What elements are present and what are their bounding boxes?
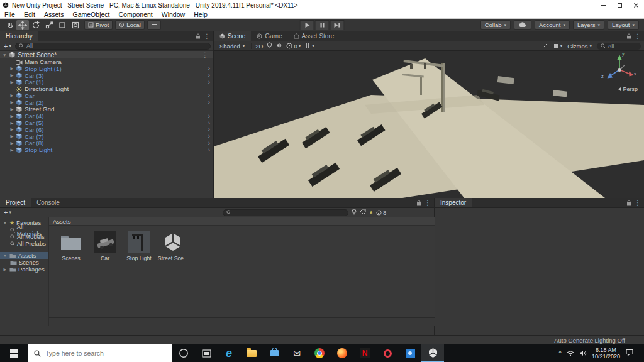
prefab-open-icon[interactable]: ›	[208, 133, 213, 140]
auto-generate-lighting-status[interactable]: Auto Generate Lighting Off	[554, 337, 625, 344]
expand-arrow-icon[interactable]: ▶	[9, 80, 15, 85]
taskbar-app-netflix[interactable]: N	[353, 344, 376, 362]
scene-header-row[interactable]: ▼ Street Scene* ⋮	[0, 51, 213, 58]
expand-arrow-icon[interactable]: ▶	[9, 100, 15, 105]
hierarchy-item[interactable]: ▶ Car (4) ›	[0, 112, 213, 119]
hierarchy-item[interactable]: ▶ Car (2) ›	[0, 99, 213, 106]
gizmos-dropdown[interactable]: Gizmos ▾	[567, 43, 592, 50]
tree-all-materials[interactable]: All Materials	[0, 226, 48, 233]
rect-tool-button[interactable]	[56, 20, 69, 30]
scene-lighting-toggle[interactable]	[267, 42, 272, 50]
create-asset-button[interactable]: +▾	[3, 209, 13, 216]
collapse-arrow-icon[interactable]: ▼	[3, 221, 8, 225]
expand-arrow-icon[interactable]: ▶	[9, 114, 15, 119]
tab-project[interactable]: Project	[0, 198, 31, 207]
start-button[interactable]	[0, 344, 28, 362]
tab-game[interactable]: Game	[251, 31, 287, 41]
panel-menu-icon[interactable]: ⋮	[635, 199, 641, 206]
hierarchy-item[interactable]: ▶ Car (1) ›	[0, 79, 213, 85]
expand-arrow-icon[interactable]: ▶	[9, 127, 15, 132]
menu-window[interactable]: Window	[157, 10, 189, 19]
menu-assets[interactable]: Assets	[40, 10, 69, 19]
taskbar-app-chrome[interactable]	[308, 344, 331, 362]
prefab-open-icon[interactable]: ›	[208, 72, 213, 79]
prefab-open-icon[interactable]: ›	[208, 147, 213, 153]
create-object-button[interactable]: +▾	[3, 42, 13, 50]
close-button[interactable]	[628, 0, 644, 10]
breadcrumb[interactable]: Assets	[49, 217, 435, 226]
hierarchy-item[interactable]: Main Camera	[0, 58, 213, 65]
hierarchy-search-field[interactable]: All	[15, 43, 211, 50]
expand-arrow-icon[interactable]: ▶	[9, 107, 15, 112]
2d-toggle-button[interactable]: 2D	[255, 43, 263, 50]
hierarchy-item[interactable]: Directional Light	[0, 85, 213, 92]
pivot-toggle-button[interactable]: Pivot	[84, 20, 113, 30]
account-dropdown[interactable]: Account ▾	[535, 20, 570, 30]
hierarchy-item[interactable]: ▶ Stop Light (1) ›	[0, 65, 213, 72]
pause-button[interactable]	[315, 20, 330, 30]
hierarchy-item[interactable]: ▶ Street Grid	[0, 106, 213, 113]
tray-overflow-chevron-icon[interactable]: ^	[558, 350, 562, 357]
network-tray-icon[interactable]	[567, 348, 574, 359]
maximize-button[interactable]	[611, 0, 628, 10]
move-tool-button[interactable]	[16, 20, 29, 30]
transform-tool-button[interactable]	[69, 20, 82, 30]
panel-menu-icon[interactable]: ⋮	[635, 33, 641, 40]
prefab-open-icon[interactable]: ›	[208, 92, 213, 99]
layers-dropdown[interactable]: Layers ▾	[573, 20, 604, 30]
hierarchy-item[interactable]: ▶ Car (8) ›	[0, 140, 213, 147]
prefab-open-icon[interactable]: ›	[208, 120, 213, 126]
taskbar-app-file-explorer[interactable]	[240, 344, 263, 362]
taskbar-app-photos[interactable]	[399, 344, 421, 362]
hierarchy-item[interactable]: ▶ Car ›	[0, 92, 213, 99]
scene-search-field[interactable]: All	[597, 43, 641, 50]
action-center-button[interactable]	[625, 348, 634, 359]
expand-arrow-icon[interactable]: ▶	[3, 267, 8, 272]
scene-effects-toggle[interactable]: 0 ▾	[286, 43, 301, 50]
taskbar-app-firefox[interactable]	[331, 344, 353, 362]
menu-gameobject[interactable]: GameObject	[69, 10, 114, 19]
tab-asset-store[interactable]: Asset Store	[288, 31, 340, 41]
taskbar-clock[interactable]: 8:18 AM 10/21/2020	[592, 347, 620, 359]
lock-icon[interactable]	[416, 200, 421, 206]
panel-menu-icon[interactable]: ⋮	[204, 33, 210, 40]
prefab-open-icon[interactable]: ›	[208, 99, 213, 106]
hierarchy-item[interactable]: ▶ Car (7) ›	[0, 133, 213, 140]
grid-visibility-dropdown[interactable]: ▾	[304, 43, 314, 49]
prefab-open-icon[interactable]: ›	[208, 65, 213, 72]
taskbar-app-opera[interactable]	[376, 344, 399, 362]
scene-tools-icon[interactable]	[542, 42, 548, 50]
hidden-packages-toggle[interactable]: 8	[376, 209, 386, 216]
local-toggle-button[interactable]: Local	[115, 20, 145, 30]
play-button[interactable]	[300, 20, 314, 30]
taskbar-search-input[interactable]	[45, 349, 152, 357]
tab-inspector[interactable]: Inspector	[435, 198, 472, 207]
menu-edit[interactable]: Edit	[19, 10, 40, 19]
grid-snapping-button[interactable]	[147, 20, 161, 30]
search-by-type-icon[interactable]	[351, 209, 357, 216]
layout-dropdown[interactable]: Layout ▾	[608, 20, 639, 30]
search-by-label-icon[interactable]	[360, 209, 366, 216]
panel-menu-icon[interactable]: ⋮	[425, 199, 431, 206]
lock-icon[interactable]	[626, 33, 631, 39]
cortana-button[interactable]	[172, 344, 195, 362]
taskbar-app-edge[interactable]: e	[218, 344, 240, 362]
tree-all-prefabs[interactable]: All Prefabs	[0, 240, 48, 247]
expand-arrow-icon[interactable]: ▶	[9, 66, 15, 71]
expand-arrow-icon[interactable]: ▶	[9, 93, 15, 98]
tab-hierarchy[interactable]: Hierarchy	[0, 31, 38, 41]
collab-dropdown[interactable]: Collab ▾	[480, 20, 511, 30]
collapse-arrow-icon[interactable]: ▼	[3, 53, 6, 57]
tree-packages[interactable]: ▶ Packages	[0, 266, 48, 273]
hand-tool-button[interactable]	[3, 20, 16, 30]
expand-arrow-icon[interactable]: ▶	[9, 73, 15, 78]
asset-item-car[interactable]: Car	[91, 231, 119, 261]
step-button[interactable]	[330, 20, 345, 30]
tab-console[interactable]: Console	[31, 198, 65, 207]
scale-tool-button[interactable]	[43, 20, 55, 30]
menu-help[interactable]: Help	[189, 10, 212, 19]
prefab-open-icon[interactable]: ›	[208, 126, 213, 133]
shading-mode-dropdown[interactable]: Shaded ▾	[217, 42, 247, 50]
scene-options-icon[interactable]: ⋮	[202, 52, 211, 58]
scene-3d-render[interactable]	[214, 51, 644, 198]
